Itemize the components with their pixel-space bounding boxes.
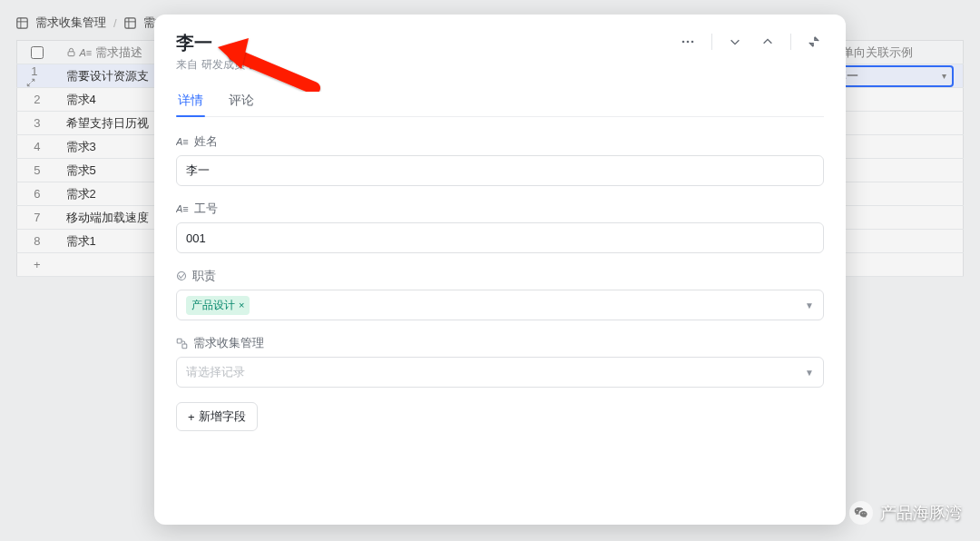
select-field-icon	[176, 270, 187, 281]
role-tag: 产品设计 ×	[186, 296, 250, 315]
field-id: A≡ 工号 001	[176, 201, 824, 253]
record-source[interactable]: 来自 研发成员	[176, 57, 259, 73]
chevron-down-icon: ▼	[805, 368, 814, 378]
prev-record-icon[interactable]	[758, 32, 778, 52]
external-link-icon	[249, 60, 259, 70]
field-link: 需求收集管理 请选择记录 ▼	[176, 335, 824, 388]
wechat-icon	[849, 501, 873, 525]
tab-detail[interactable]: 详情	[176, 87, 205, 116]
svg-point-7	[682, 41, 685, 44]
modal-title: 李一	[176, 31, 259, 55]
relation-field-icon	[176, 338, 188, 349]
id-input[interactable]: 001	[176, 222, 824, 253]
collapse-icon[interactable]	[804, 32, 824, 52]
chevron-down-icon: ▼	[805, 300, 814, 310]
name-input[interactable]: 李一	[176, 155, 824, 186]
svg-point-9	[691, 41, 694, 44]
role-select[interactable]: 产品设计 × ▼	[176, 290, 824, 320]
svg-rect-12	[182, 343, 187, 348]
plus-icon: +	[188, 410, 195, 424]
tab-comment[interactable]: 评论	[227, 87, 256, 116]
more-icon[interactable]	[677, 31, 699, 53]
text-field-icon: A≡	[176, 136, 189, 147]
remove-tag-icon[interactable]: ×	[239, 300, 244, 310]
svg-point-8	[687, 41, 690, 44]
next-record-icon[interactable]	[725, 32, 745, 52]
add-field-button[interactable]: + 新增字段	[176, 402, 258, 431]
field-name: A≡ 姓名 李一	[176, 133, 824, 186]
field-role: 职责 产品设计 × ▼	[176, 268, 824, 320]
link-select[interactable]: 请选择记录 ▼	[176, 357, 824, 388]
svg-point-10	[178, 272, 186, 280]
svg-rect-11	[177, 339, 181, 343]
watermark: 产品海豚湾	[849, 501, 962, 525]
record-modal: 李一 来自 研发成员	[154, 15, 846, 525]
text-field-icon: A≡	[176, 203, 189, 214]
